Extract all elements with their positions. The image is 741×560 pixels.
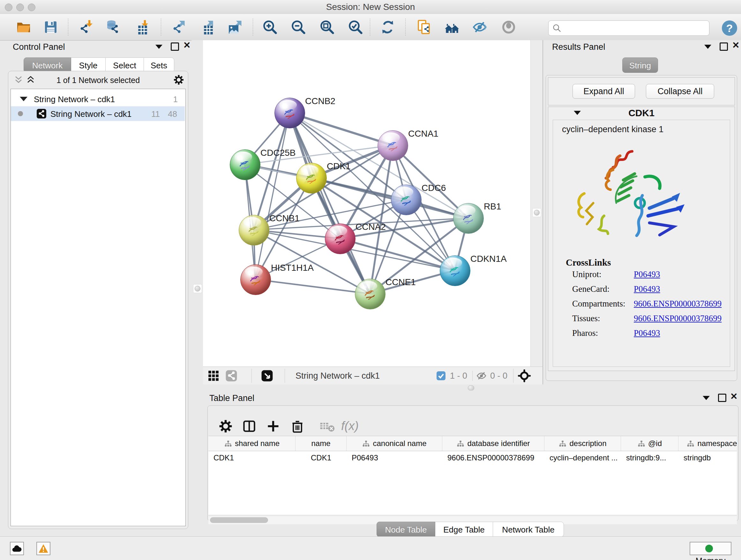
import-network-database-button[interactable] — [105, 19, 120, 35]
node-label-cdk1: CDK1 — [327, 161, 351, 172]
zoom-in-button[interactable] — [262, 19, 278, 35]
column-header-description[interactable]: description — [544, 436, 621, 451]
export-image-button[interactable] — [227, 19, 243, 35]
network-node-cdc25b[interactable] — [230, 149, 260, 180]
panel-menu-icon[interactable] — [704, 45, 711, 49]
left-splitter-grip[interactable] — [193, 284, 202, 293]
crosslink-value-link[interactable]: P06493 — [634, 328, 660, 338]
zoom-out-button[interactable] — [291, 19, 306, 35]
string-import-button[interactable] — [416, 19, 432, 35]
column-header-canonical-name[interactable]: canonical name — [347, 436, 442, 451]
tab-network-table[interactable]: Network Table — [493, 522, 564, 537]
column-header--id[interactable]: @id — [621, 436, 678, 451]
left-splitter[interactable] — [192, 40, 203, 537]
hide-graphics-details-button[interactable] — [472, 19, 487, 35]
network-node-ccna1[interactable] — [378, 130, 408, 161]
expand-all-button[interactable]: Expand All — [572, 84, 635, 99]
right-splitter[interactable] — [530, 40, 543, 367]
node-label-ccna2: CCNA2 — [355, 222, 386, 232]
birdseye-crosshair-icon[interactable] — [518, 369, 531, 382]
create-column-plus-icon[interactable] — [266, 419, 280, 433]
help-button[interactable]: ? — [722, 20, 737, 36]
search-input[interactable] — [564, 21, 705, 35]
panel-close-icon[interactable]: ✕ — [730, 393, 738, 400]
cybrowser-home-icon — [444, 19, 460, 35]
import-table-file-icon — [133, 19, 149, 35]
warning-button[interactable] — [37, 542, 51, 555]
panel-menu-icon[interactable] — [155, 45, 162, 49]
crosslink-value-link[interactable]: 9606.ENSP00000378699 — [634, 314, 722, 323]
bottom-splitter[interactable] — [203, 384, 741, 391]
export-network-button[interactable] — [171, 19, 186, 35]
table-row[interactable]: CDK1CDK1P064939606.ENSP00000378699cyclin… — [208, 451, 737, 465]
tab-select[interactable]: Select — [106, 57, 144, 73]
cloud-button[interactable] — [10, 542, 24, 555]
network-node-cdc6[interactable] — [391, 185, 421, 215]
network-node-ccne1[interactable] — [355, 279, 386, 309]
table-hscrollbar-thumb[interactable] — [210, 517, 268, 523]
tab-node-table[interactable]: Node Table — [377, 522, 435, 537]
open-session-button[interactable] — [16, 19, 31, 35]
column-header-name[interactable]: name — [295, 436, 347, 451]
node-table-header[interactable]: shared namenamecanonical namedatabase id… — [208, 436, 737, 451]
network-collection-row[interactable]: String Network – cdk1 1 — [11, 91, 185, 106]
panel-float-icon[interactable] — [718, 394, 726, 402]
network-node-ccnb2[interactable] — [274, 98, 305, 128]
show-graphics-details-button[interactable] — [501, 19, 516, 35]
network-node-ccnb1[interactable] — [239, 215, 269, 246]
panel-float-icon[interactable] — [720, 43, 728, 51]
node-structure-thumbnail — [362, 286, 379, 302]
node-table[interactable]: shared namenamecanonical namedatabase id… — [208, 436, 737, 515]
network-node-rb1[interactable] — [453, 203, 484, 234]
node-label-hist1h1a: HIST1H1A — [271, 263, 314, 273]
panel-menu-icon[interactable] — [703, 396, 710, 400]
crosslink-value-link[interactable]: P06493 — [634, 269, 660, 279]
selected-checkbox-icon[interactable] — [436, 371, 446, 381]
tab-edge-table[interactable]: Edge Table — [435, 522, 493, 537]
tab-network[interactable]: Network — [23, 57, 71, 73]
collapse-all-button[interactable]: Collapse All — [646, 84, 714, 99]
network-node-ccna2[interactable] — [325, 224, 355, 254]
crosslink-value-link[interactable]: P06493 — [634, 284, 660, 294]
import-network-file-button[interactable] — [78, 19, 93, 35]
bottom-splitter-grip[interactable] — [468, 385, 474, 390]
tab-style[interactable]: Style — [71, 57, 106, 73]
delete-column-trash-icon[interactable] — [290, 419, 305, 433]
detach-view-icon[interactable] — [261, 370, 273, 382]
zoom-selected-button[interactable] — [348, 19, 363, 35]
save-session-button[interactable] — [43, 19, 58, 35]
collection-expand-icon[interactable] — [20, 97, 27, 101]
network-canvas[interactable]: CCNB2CCNA1CDC25BCDK1CDC6RB1CCNB1CCNA2CDK… — [203, 40, 530, 367]
table-settings-gear-icon[interactable] — [219, 419, 232, 433]
apply-preferred-layout-button[interactable] — [380, 19, 395, 35]
network-row-selected[interactable]: String Network – cdk1 11 48 — [11, 106, 185, 121]
export-table-button[interactable] — [199, 19, 214, 35]
column-header-shared-name[interactable]: shared name — [208, 436, 295, 451]
crosslink-value-link[interactable]: 9606.ENSP00000378699 — [634, 299, 722, 309]
zoom-out-icon — [291, 19, 306, 35]
search-box[interactable] — [548, 20, 710, 36]
zoom-fit-content-button[interactable] — [320, 19, 335, 35]
import-table-file-button[interactable] — [133, 19, 149, 35]
right-splitter-grip[interactable] — [532, 208, 541, 217]
network-node-cdkn1a[interactable] — [440, 255, 470, 286]
show-graphics-details-icon — [501, 19, 516, 35]
crosslink-label: Pharos: — [572, 328, 598, 338]
panel-close-icon[interactable]: ✕ — [732, 42, 739, 49]
panel-float-icon[interactable] — [171, 43, 179, 51]
column-header-namespace[interactable]: namespace — [678, 436, 737, 451]
cybrowser-home-button[interactable] — [444, 19, 460, 35]
column-header-database-identifier[interactable]: database identifier — [442, 436, 544, 451]
tab-sets[interactable]: Sets — [144, 57, 174, 73]
network-view-icon[interactable] — [225, 370, 238, 382]
warning-icon — [38, 544, 49, 553]
node-structure-thumbnail — [398, 192, 414, 208]
show-columns-icon[interactable] — [242, 419, 256, 433]
panel-close-icon[interactable]: ✕ — [183, 42, 191, 49]
tab-string[interactable]: String — [622, 57, 658, 73]
network-options-gear-icon[interactable] — [173, 74, 184, 85]
network-node-hist1h1a[interactable] — [240, 264, 271, 295]
memory-button[interactable]: Memory — [690, 542, 731, 555]
grid-view-icon[interactable] — [207, 370, 219, 382]
network-node-cdk1[interactable] — [296, 163, 327, 193]
